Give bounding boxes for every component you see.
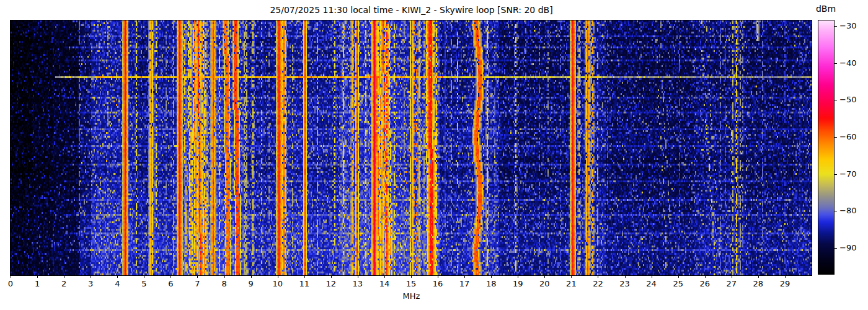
colorbar-tick <box>835 100 837 100</box>
x-axis-label: MHz <box>11 291 812 301</box>
x-axis-tick <box>518 275 518 278</box>
x-axis-tick-label: 6 <box>168 279 173 288</box>
x-axis-tick-label: 7 <box>195 279 200 288</box>
x-axis-tick <box>224 275 225 278</box>
x-axis-tick <box>64 275 64 278</box>
x-axis-tick <box>411 275 412 278</box>
colorbar-tick-label: −50 <box>839 95 856 104</box>
x-axis-tick <box>37 275 38 278</box>
x-axis-tick-label: 18 <box>486 279 497 288</box>
x-axis-tick <box>678 275 679 278</box>
x-axis-tick-label: 4 <box>115 279 120 288</box>
x-axis-tick-label: 11 <box>299 279 309 288</box>
colorbar-tick <box>835 137 837 138</box>
figure-title: 25/07/2025 11:30 local time - KIWI_2 - S… <box>11 4 812 16</box>
x-axis-tick-label: 28 <box>753 279 764 288</box>
x-axis-tick <box>170 275 171 278</box>
x-axis-tick <box>251 275 252 278</box>
x-axis-tick-label: 9 <box>248 279 253 288</box>
colorbar-gradient <box>818 20 834 274</box>
x-axis-tick <box>625 275 626 278</box>
colorbar-tick <box>835 63 837 64</box>
x-axis-tick <box>785 275 786 278</box>
x-axis-tick-label: 1 <box>35 279 40 288</box>
colorbar-tick-label: −70 <box>839 170 856 179</box>
x-axis-tick-label: 0 <box>8 279 13 288</box>
x-axis-tick <box>732 275 732 278</box>
x-axis-tick <box>91 275 91 278</box>
x-axis-tick-label: 17 <box>459 279 470 288</box>
colorbar-label: dBm <box>813 4 839 14</box>
x-axis-tick <box>144 275 144 278</box>
x-axis-tick-label: 20 <box>539 279 550 288</box>
spectrogram-figure: 25/07/2025 11:30 local time - KIWI_2 - S… <box>0 0 868 310</box>
x-axis-tick <box>384 275 385 278</box>
x-axis-tick <box>758 275 759 278</box>
x-axis-tick-label: 22 <box>593 279 603 288</box>
x-axis-tick <box>544 275 545 278</box>
plot-area <box>10 20 812 276</box>
x-axis-tick-label: 15 <box>406 279 417 288</box>
x-axis-tick <box>438 275 438 278</box>
x-axis-tick-label: 10 <box>272 279 283 288</box>
x-axis-tick-label: 5 <box>141 279 146 288</box>
colorbar-tick <box>835 211 837 211</box>
x-axis-tick-label: 25 <box>673 279 683 288</box>
x-axis-tick <box>278 275 278 278</box>
colorbar-tick-label: −30 <box>839 22 856 30</box>
x-axis-tick-label: 14 <box>379 279 390 288</box>
x-axis-tick-label: 16 <box>433 279 443 288</box>
x-axis-tick <box>197 275 198 278</box>
x-axis-tick-label: 23 <box>619 279 630 288</box>
x-axis-tick <box>705 275 706 278</box>
x-axis-tick-label: 12 <box>326 279 337 288</box>
x-axis-tick <box>598 275 598 278</box>
x-axis-tick <box>491 275 492 278</box>
x-axis-tick-label: 8 <box>221 279 226 288</box>
x-axis-tick <box>652 275 652 278</box>
colorbar-tick-label: −90 <box>839 244 856 252</box>
x-axis-tick-label: 2 <box>61 279 66 288</box>
x-axis-tick <box>331 275 332 278</box>
colorbar-tick-label: −80 <box>839 206 856 215</box>
x-axis-tick <box>117 275 118 278</box>
colorbar-tick-label: −40 <box>839 59 856 68</box>
x-axis-tick-label: 29 <box>780 279 790 288</box>
x-axis-tick <box>464 275 465 278</box>
x-axis-tick <box>11 275 11 278</box>
x-axis-tick-label: 3 <box>88 279 93 288</box>
waterfall-heatmap <box>11 20 812 275</box>
x-axis-tick-label: 19 <box>513 279 523 288</box>
x-axis-tick-label: 13 <box>353 279 363 288</box>
x-axis-tick <box>304 275 305 278</box>
x-axis-tick-label: 27 <box>727 279 737 288</box>
colorbar-tick <box>835 248 837 249</box>
colorbar-tick <box>835 26 837 27</box>
colorbar-tick-label: −60 <box>839 133 856 141</box>
colorbar <box>818 20 835 275</box>
x-axis-tick <box>571 275 572 278</box>
colorbar-tick <box>835 174 837 175</box>
x-axis-tick-label: 21 <box>566 279 577 288</box>
x-axis-tick <box>358 275 358 278</box>
x-axis-tick-label: 24 <box>646 279 657 288</box>
x-axis-tick-label: 26 <box>699 279 710 288</box>
